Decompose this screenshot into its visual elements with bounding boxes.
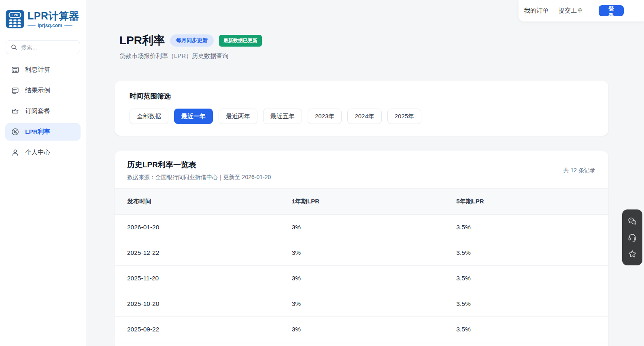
login-button[interactable]: 登录 bbox=[599, 5, 624, 16]
cell-lpr-1y: 3% bbox=[279, 275, 444, 282]
svg-text:LPR: LPR bbox=[12, 13, 19, 17]
logo-dash-right bbox=[64, 25, 72, 26]
cell-lpr-5y: 3.5% bbox=[444, 300, 608, 308]
filter-button-2025年[interactable]: 2025年 bbox=[387, 109, 421, 124]
sidebar-item-结果示例[interactable]: 结果示例 bbox=[5, 82, 81, 99]
cell-lpr-5y: 3.5% bbox=[444, 249, 608, 256]
floating-toolbar bbox=[622, 209, 642, 265]
col-header-date: 发布时间 bbox=[115, 198, 279, 205]
cell-date: 2026-01-20 bbox=[115, 224, 279, 231]
sidebar-item-个人中心[interactable]: 个人中心 bbox=[5, 144, 81, 161]
cell-lpr-5y: 3.5% bbox=[444, 224, 608, 231]
cell-lpr-1y: 3% bbox=[279, 326, 444, 333]
time-filter-card: 时间范围筛选 全部数据最近一年最近两年最近五年2023年2024年2025年 bbox=[115, 81, 608, 136]
sidebar: LPR LPR计算器 lprjsq.com 利息计算结果示例 bbox=[0, 0, 86, 346]
filter-button-全部数据[interactable]: 全部数据 bbox=[130, 109, 168, 124]
filter-button-2023年[interactable]: 2023年 bbox=[308, 109, 342, 124]
sidebar-item-LPR利率[interactable]: LPR利率 bbox=[5, 123, 81, 141]
filter-button-最近两年[interactable]: 最近两年 bbox=[219, 109, 257, 124]
headset-icon[interactable] bbox=[627, 233, 637, 242]
table-row: 2026-01-203%3.5% bbox=[115, 215, 608, 240]
filter-button-2024年[interactable]: 2024年 bbox=[347, 109, 381, 124]
cell-date: 2025-10-20 bbox=[115, 300, 279, 308]
table-row: 2025-09-223%3.5% bbox=[115, 317, 608, 342]
cell-date: 2025-11-20 bbox=[115, 275, 279, 282]
sidebar-item-label: 结果示例 bbox=[25, 86, 50, 95]
sidebar-item-订阅套餐[interactable]: 订阅套餐 bbox=[5, 103, 81, 120]
sidebar-item-label: 订阅套餐 bbox=[25, 107, 50, 115]
logo-dash-left bbox=[28, 25, 36, 26]
logo-calculator-icon: LPR bbox=[6, 10, 24, 28]
monthly-update-badge: 每月同步更新 bbox=[170, 34, 214, 47]
latest-data-badge: 最新数据已更新 bbox=[219, 35, 262, 47]
sidebar-search[interactable] bbox=[6, 40, 80, 54]
crown-icon bbox=[11, 107, 19, 115]
user-icon bbox=[11, 148, 19, 157]
lpr-table-card: 历史LPR利率一览表 数据来源：全国银行间同业拆借中心｜更新至 2026-01-… bbox=[115, 151, 608, 346]
table-row: 2025-10-203%3.5% bbox=[115, 291, 608, 317]
wechat-icon[interactable] bbox=[627, 216, 637, 226]
record-count: 共 12 条记录 bbox=[563, 167, 595, 174]
table-header-row: 发布时间 1年期LPR 5年期LPR bbox=[115, 188, 608, 215]
cell-lpr-1y: 3% bbox=[279, 300, 444, 308]
table-title: 历史LPR利率一览表 bbox=[127, 160, 271, 170]
filter-button-最近五年[interactable]: 最近五年 bbox=[263, 109, 302, 124]
page-title: LPR利率 bbox=[119, 34, 165, 47]
page-subtitle: 贷款市场报价利率（LPR）历史数据查询 bbox=[119, 52, 644, 60]
cell-lpr-5y: 3.5% bbox=[444, 326, 608, 333]
main-content: LPR利率 每月同步更新 最新数据已更新 贷款市场报价利率（LPR）历史数据查询… bbox=[86, 0, 644, 346]
sidebar-item-label: 个人中心 bbox=[25, 148, 50, 157]
search-input[interactable] bbox=[21, 44, 75, 51]
cell-lpr-1y: 3% bbox=[279, 249, 444, 256]
calculator-icon bbox=[11, 66, 19, 74]
filter-title: 时间范围筛选 bbox=[130, 92, 593, 101]
table-row-partial bbox=[115, 342, 608, 346]
col-header-1y: 1年期LPR bbox=[279, 198, 444, 205]
my-orders-link[interactable]: 我的订单 bbox=[524, 7, 548, 15]
search-icon bbox=[11, 44, 17, 51]
table-row: 2025-12-223%3.5% bbox=[115, 240, 608, 266]
cell-lpr-1y: 3% bbox=[279, 224, 444, 231]
cell-date: 2025-09-22 bbox=[115, 326, 279, 333]
filter-button-最近一年[interactable]: 最近一年 bbox=[174, 109, 213, 124]
star-icon[interactable] bbox=[627, 249, 637, 259]
cell-lpr-5y: 3.5% bbox=[444, 275, 608, 282]
table-source: 数据来源：全国银行间同业拆借中心｜更新至 2026-01-20 bbox=[127, 174, 271, 181]
sidebar-menu: 利息计算结果示例订阅套餐LPR利率个人中心 bbox=[0, 61, 86, 161]
col-header-5y: 5年期LPR bbox=[444, 198, 608, 205]
brand-domain: lprjsq.com bbox=[38, 23, 62, 28]
cell-date: 2025-12-22 bbox=[115, 249, 279, 256]
brand-name: LPR计算器 bbox=[28, 10, 79, 21]
result-example-icon bbox=[11, 86, 19, 95]
filter-button-group: 全部数据最近一年最近两年最近五年2023年2024年2025年 bbox=[130, 109, 593, 124]
sidebar-item-利息计算[interactable]: 利息计算 bbox=[5, 61, 81, 79]
table-body: 2026-01-203%3.5%2025-12-223%3.5%2025-11-… bbox=[115, 215, 608, 342]
table-row: 2025-11-203%3.5% bbox=[115, 266, 608, 291]
sidebar-item-label: 利息计算 bbox=[25, 66, 50, 74]
topbar: 我的订单 提交工单 登录 bbox=[519, 0, 644, 21]
percent-icon bbox=[11, 128, 19, 136]
logo[interactable]: LPR LPR计算器 lprjsq.com bbox=[0, 0, 86, 28]
sidebar-item-label: LPR利率 bbox=[25, 128, 50, 136]
submit-ticket-link[interactable]: 提交工单 bbox=[559, 7, 583, 15]
